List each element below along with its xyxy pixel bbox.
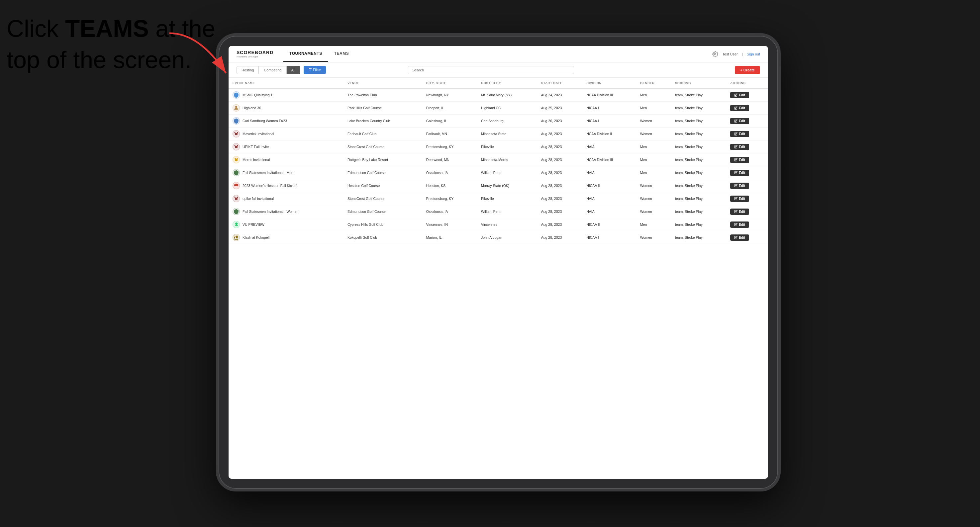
cell-actions-5: Edit: [726, 153, 768, 167]
edit-icon-7: [734, 184, 738, 187]
edit-button-6[interactable]: Edit: [730, 170, 749, 176]
competing-button[interactable]: Competing: [259, 66, 286, 74]
table-row: Morris Invitational Ruttger's Bay Lake R…: [229, 153, 768, 167]
event-name-2: Carl Sandburg Women FA23: [242, 119, 287, 123]
edit-button-7[interactable]: Edit: [730, 183, 749, 189]
tab-tournaments[interactable]: TOURNAMENTS: [283, 46, 328, 62]
cell-date-2: Aug 26, 2023: [537, 114, 582, 127]
settings-icon[interactable]: [712, 51, 718, 57]
search-input[interactable]: [408, 66, 574, 74]
cell-actions-3: Edit: [726, 127, 768, 140]
cell-gender-10: Men: [636, 218, 671, 231]
edit-button-3[interactable]: Edit: [730, 131, 749, 137]
cell-gender-6: Men: [636, 167, 671, 179]
toolbar: Hosting Competing All ☰ Filter + Create: [229, 62, 768, 78]
cell-date-6: Aug 28, 2023: [537, 167, 582, 179]
team-icon-11: [232, 234, 240, 241]
event-name-8: upike fall invitational: [242, 197, 274, 201]
edit-icon-10: [734, 223, 738, 226]
cell-date-11: Aug 28, 2023: [537, 231, 582, 244]
edit-icon-4: [734, 145, 738, 148]
cell-scoring-8: team, Stroke Play: [671, 192, 726, 205]
svg-point-5: [235, 159, 238, 161]
col-city-state: CITY, STATE: [422, 78, 477, 88]
edit-button-5[interactable]: Edit: [730, 157, 749, 163]
cell-hosted-0: Mt. Saint Mary (NY): [477, 88, 537, 102]
cell-city-0: Newburgh, NY: [422, 88, 477, 102]
tournaments-table: EVENT NAME VENUE CITY, STATE HOSTED BY S…: [229, 78, 768, 244]
table-row: Maverick Invitational Faribault Golf Clu…: [229, 127, 768, 140]
cell-gender-7: Women: [636, 179, 671, 192]
event-name-0: MSMC Qualifying 1: [242, 93, 272, 97]
edit-button-8[interactable]: Edit: [730, 195, 749, 202]
cell-hosted-10: Vincennes: [477, 218, 537, 231]
table-header: EVENT NAME VENUE CITY, STATE HOSTED BY S…: [229, 78, 768, 88]
table-row: Carl Sandburg Women FA23 Lake Bracken Co…: [229, 114, 768, 127]
nav-separator: |: [742, 52, 743, 56]
cell-event-name-2: Carl Sandburg Women FA23: [229, 114, 344, 127]
team-icon-2: [232, 117, 240, 125]
edit-button-11[interactable]: Edit: [730, 235, 749, 241]
cell-city-11: Marion, IL: [422, 231, 477, 244]
svg-point-6: [235, 159, 236, 160]
cell-division-11: NICAA I: [582, 231, 636, 244]
edit-button-2[interactable]: Edit: [730, 118, 749, 124]
cell-venue-1: Park Hills Golf Course: [344, 102, 422, 114]
table-container: EVENT NAME VENUE CITY, STATE HOSTED BY S…: [229, 78, 768, 479]
all-button[interactable]: All: [287, 66, 300, 74]
edit-button-0[interactable]: Edit: [730, 92, 749, 98]
edit-button-4[interactable]: Edit: [730, 144, 749, 150]
team-icon-3: [232, 130, 240, 138]
cell-scoring-6: team, Stroke Play: [671, 167, 726, 179]
cell-city-4: Prestonsburg, KY: [422, 140, 477, 153]
cell-hosted-9: William Penn: [477, 205, 537, 218]
cell-scoring-4: team, Stroke Play: [671, 140, 726, 153]
edit-button-1[interactable]: Edit: [730, 105, 749, 111]
cell-city-5: Deerwood, MN: [422, 153, 477, 167]
cell-actions-7: Edit: [726, 179, 768, 192]
cell-scoring-2: team, Stroke Play: [671, 114, 726, 127]
tab-teams[interactable]: TEAMS: [328, 46, 355, 62]
svg-point-7: [237, 159, 237, 160]
cell-venue-7: Hesston Golf Course: [344, 179, 422, 192]
edit-button-9[interactable]: Edit: [730, 208, 749, 215]
cell-date-1: Aug 25, 2023: [537, 102, 582, 114]
cell-actions-9: Edit: [726, 205, 768, 218]
cell-venue-6: Edmundson Golf Course: [344, 167, 422, 179]
cell-division-5: NCAA Division III: [582, 153, 636, 167]
arrow-indicator: [159, 27, 259, 93]
event-name-6: Fall Statesmen Invitational - Men: [242, 171, 293, 175]
edit-button-10[interactable]: Edit: [730, 222, 749, 228]
table-row: VU PREVIEW Cypress Hills Golf Club Vince…: [229, 218, 768, 231]
create-button[interactable]: + Create: [735, 66, 760, 74]
team-icon-10: [232, 221, 240, 228]
table-row: Fall Statesmen Invitational - Women Edmu…: [229, 205, 768, 218]
svg-point-1: [714, 53, 716, 55]
cell-date-7: Aug 28, 2023: [537, 179, 582, 192]
cell-venue-3: Faribault Golf Club: [344, 127, 422, 140]
cell-gender-4: Men: [636, 140, 671, 153]
cell-city-3: Faribault, MN: [422, 127, 477, 140]
cell-date-0: Aug 24, 2023: [537, 88, 582, 102]
team-icon-1: [232, 104, 240, 111]
cell-division-7: NICAA II: [582, 179, 636, 192]
edit-icon-2: [734, 119, 738, 122]
cell-city-9: Oskaloosa, IA: [422, 205, 477, 218]
cell-actions-6: Edit: [726, 167, 768, 179]
edit-icon-8: [734, 197, 738, 200]
col-gender: GENDER: [636, 78, 671, 88]
instruction-highlight: TEAMS: [65, 15, 149, 42]
cell-hosted-8: Pikeville: [477, 192, 537, 205]
cell-scoring-5: team, Stroke Play: [671, 153, 726, 167]
sign-out-link[interactable]: Sign out: [747, 52, 760, 56]
cell-city-1: Freeport, IL: [422, 102, 477, 114]
filter-button[interactable]: ☰ Filter: [304, 66, 326, 74]
event-name-1: Highland 36: [242, 106, 261, 110]
cell-scoring-1: team, Stroke Play: [671, 102, 726, 114]
event-name-11: Klash at Kokopelli: [242, 235, 270, 240]
edit-icon-9: [734, 210, 738, 213]
team-icon-7: [232, 182, 240, 189]
cell-city-7: Hesston, KS: [422, 179, 477, 192]
team-icon-9: [232, 208, 240, 215]
cell-division-1: NICAA I: [582, 102, 636, 114]
